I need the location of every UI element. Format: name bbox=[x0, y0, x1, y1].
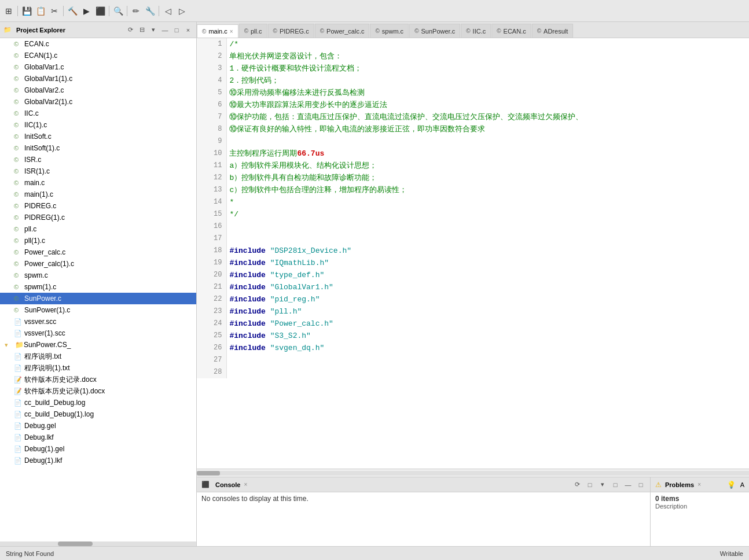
line-content[interactable]: * bbox=[227, 196, 749, 208]
toolbar-btn-2[interactable]: 💾 bbox=[20, 5, 33, 17]
sidebar-content[interactable]: ©ECAN.c©ECAN(1).c©GlobalVar1.c©GlobalVar… bbox=[0, 38, 196, 541]
line-content[interactable] bbox=[227, 366, 749, 378]
line-content[interactable]: #include "pid_reg.h" bbox=[227, 293, 749, 305]
line-content[interactable] bbox=[227, 354, 749, 366]
tree-item[interactable]: 📄vssver.scc bbox=[0, 316, 196, 327]
tab-pllc[interactable]: ©pll.c bbox=[239, 24, 267, 38]
line-content[interactable]: */ bbox=[227, 208, 749, 220]
line-content[interactable]: #include "pll.h" bbox=[227, 305, 749, 318]
toolbar-btn-10[interactable]: 🔧 bbox=[144, 5, 156, 17]
tree-item[interactable]: ©ECAN.c bbox=[0, 38, 196, 50]
line-content[interactable]: #include "svgen_dq.h" bbox=[227, 342, 749, 354]
tree-item[interactable]: ©PIDREG.c bbox=[0, 200, 196, 212]
line-content[interactable] bbox=[227, 233, 749, 245]
console-max-btn[interactable]: □ bbox=[636, 480, 645, 489]
tree-item[interactable]: ©ISR(1).c bbox=[0, 165, 196, 177]
tree-item[interactable]: ©Power_calc.c bbox=[0, 246, 196, 258]
console-copy-btn[interactable]: □ bbox=[585, 480, 594, 489]
tab-mainc[interactable]: ©main.c× bbox=[197, 24, 238, 38]
tree-item[interactable]: ©SunPower(1).c bbox=[0, 304, 196, 316]
tree-item[interactable]: ©spwm.c bbox=[0, 270, 196, 281]
code-editor[interactable]: 1/*2单相光伏并网逆变器设计，包含：31．硬件设计概要和软件设计流程文档；42… bbox=[197, 38, 749, 469]
sidebar-menu-btn[interactable]: ▾ bbox=[149, 25, 158, 35]
sidebar-scrollbar[interactable] bbox=[0, 541, 196, 546]
tree-item[interactable]: 📄程序说明(1).txt bbox=[0, 362, 196, 374]
toolbar-btn-3[interactable]: 📋 bbox=[34, 5, 47, 17]
line-content[interactable]: 2．控制代码； bbox=[227, 75, 749, 87]
tree-item[interactable]: ©GlobalVar2(1).c bbox=[0, 96, 196, 108]
tree-item[interactable]: 📄Debug(1).lkf bbox=[0, 455, 196, 466]
tree-item[interactable]: ©main(1).c bbox=[0, 189, 196, 200]
tab-Power_calcc[interactable]: ©Power_calc.c bbox=[315, 24, 370, 38]
toolbar-btn-back[interactable]: ◁ bbox=[161, 5, 174, 17]
tree-item[interactable]: ©SunPower.c bbox=[0, 293, 196, 304]
tree-item[interactable]: 📝软件版本历史记录.docx bbox=[0, 374, 196, 385]
line-content[interactable]: ⑩保证有良好的输入特性，即输入电流的波形接近正弦，即功率因数符合要求 bbox=[227, 123, 749, 135]
console-sync-btn[interactable]: ⟳ bbox=[572, 480, 582, 489]
line-content[interactable]: a）控制软件采用模块化、结构化设计思想； bbox=[227, 160, 749, 172]
tree-item[interactable]: ©PIDREG(1).c bbox=[0, 212, 196, 223]
sidebar-max-btn[interactable]: □ bbox=[172, 25, 181, 35]
tree-item[interactable]: 📄cc_build_Debug(1).log bbox=[0, 408, 196, 420]
tree-item[interactable]: ©GlobalVar1(1).c bbox=[0, 73, 196, 84]
sidebar-close-btn[interactable]: × bbox=[183, 25, 193, 35]
line-content[interactable]: #include "Power_calc.h" bbox=[227, 318, 749, 330]
line-content[interactable]: #include "S3_S2.h" bbox=[227, 330, 749, 342]
tree-item[interactable]: ©spwm(1).c bbox=[0, 281, 196, 293]
line-content[interactable]: /* bbox=[227, 38, 749, 50]
line-content[interactable]: ⑩采用滑动频率偏移法来进行反孤岛检测 bbox=[227, 87, 749, 99]
line-content[interactable]: ⑩最大功率跟踪算法采用变步长中的逐步逼近法 bbox=[227, 99, 749, 111]
sidebar-sync-btn[interactable]: ⟳ bbox=[126, 25, 135, 35]
toolbar-btn-9[interactable]: ✏ bbox=[130, 5, 142, 17]
sidebar-collapse-btn[interactable]: ⊟ bbox=[137, 25, 146, 35]
console-min-btn[interactable]: — bbox=[623, 480, 633, 489]
line-content[interactable]: #include "type_def.h" bbox=[227, 269, 749, 281]
tree-item[interactable]: 📄vssver(1).scc bbox=[0, 327, 196, 339]
toolbar-btn-4[interactable]: ✂ bbox=[48, 5, 61, 17]
toolbar-btn-8[interactable]: 🔍 bbox=[112, 5, 124, 17]
toolbar-btn-fwd[interactable]: ▷ bbox=[175, 5, 188, 17]
tree-item[interactable]: 📝软件版本历史记录(1).docx bbox=[0, 385, 196, 397]
tree-item[interactable]: ▾ 📁 SunPower.CS_ bbox=[0, 339, 196, 351]
tree-item[interactable]: 📄cc_build_Debug.log bbox=[0, 397, 196, 408]
line-content[interactable]: 主控制程序运行周期66.7us bbox=[227, 148, 749, 160]
sidebar-min-btn[interactable]: — bbox=[160, 25, 170, 35]
tab-ECANc[interactable]: ©ECAN.c bbox=[491, 24, 531, 38]
tab-spwmc[interactable]: ©spwm.c bbox=[370, 24, 409, 38]
line-content[interactable]: #include "GlobalVar1.h" bbox=[227, 281, 749, 293]
tree-item[interactable]: ©InitSoft.c bbox=[0, 131, 196, 142]
tab-SunPowerc[interactable]: ©SunPower.c bbox=[409, 24, 460, 38]
toolbar-btn-7[interactable]: ⬛ bbox=[94, 5, 107, 17]
line-content[interactable]: b）控制软件具有自检功能和故障诊断功能； bbox=[227, 172, 749, 184]
toolbar-btn-6[interactable]: ▶ bbox=[80, 5, 93, 17]
line-content[interactable]: ⑩保护功能，包括：直流电压过压保护、直流电流过流保护、交流电压过欠压保护、交流频… bbox=[227, 111, 749, 123]
tab-ADresult[interactable]: ©ADresult bbox=[532, 24, 574, 38]
tree-item[interactable]: 📄程序说明.txt bbox=[0, 351, 196, 362]
tree-item[interactable]: 📄Debug(1).gel bbox=[0, 443, 196, 455]
toolbar-btn-1[interactable]: ⊞ bbox=[2, 5, 15, 17]
h-scrollbar-thumb[interactable] bbox=[197, 471, 220, 476]
line-content[interactable]: 1．硬件设计概要和软件设计流程文档； bbox=[227, 62, 749, 75]
line-content[interactable]: #include "IQmathLib.h" bbox=[227, 257, 749, 269]
tree-item[interactable]: ©IIC.c bbox=[0, 108, 196, 119]
line-content[interactable] bbox=[227, 135, 749, 148]
tree-item[interactable]: 📄Debug.gel bbox=[0, 420, 196, 432]
tab-IICc[interactable]: ©IIC.c bbox=[461, 24, 491, 38]
tree-item[interactable]: ©GlobalVar2.c bbox=[0, 84, 196, 96]
tree-item[interactable]: ©pll.c bbox=[0, 223, 196, 235]
h-scrollbar-track[interactable] bbox=[197, 471, 749, 476]
tree-item[interactable]: ©pll(1).c bbox=[0, 235, 196, 246]
sidebar-scrollbar-thumb[interactable] bbox=[58, 541, 93, 546]
h-scrollbar[interactable] bbox=[197, 469, 749, 477]
tree-item[interactable]: ©ECAN(1).c bbox=[0, 50, 196, 61]
tree-item[interactable]: ©main.c bbox=[0, 177, 196, 189]
line-content[interactable]: #include "DSP281x_Device.h" bbox=[227, 245, 749, 257]
tree-item[interactable]: 📄Debug.lkf bbox=[0, 432, 196, 443]
line-content[interactable] bbox=[227, 220, 749, 233]
tab-close-btn[interactable]: × bbox=[230, 28, 233, 35]
line-content[interactable]: 单相光伏并网逆变器设计，包含： bbox=[227, 50, 749, 62]
tree-item[interactable]: ©InitSoft(1).c bbox=[0, 142, 196, 154]
console-new-btn[interactable]: □ bbox=[611, 480, 620, 489]
tree-item[interactable]: ©GlobalVar1.c bbox=[0, 61, 196, 73]
tree-item[interactable]: ©Power_calc(1).c bbox=[0, 258, 196, 270]
